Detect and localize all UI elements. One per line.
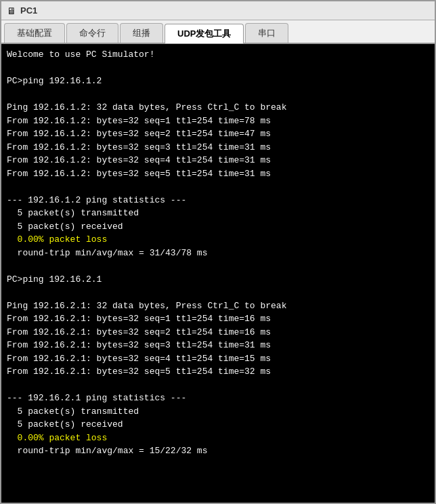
terminal-line: From 192.16.1.2: bytes=32 seq=5 ttl=254 … <box>7 167 429 181</box>
terminal-line: --- 192.16.2.1 ping statistics --- <box>7 392 429 405</box>
terminal-line: 0.00% packet loss <box>7 432 429 445</box>
tab-serial[interactable]: 串口 <box>245 23 288 43</box>
terminal-line: From 192.16.1.2: bytes=32 seq=1 ttl=254 … <box>7 114 429 128</box>
window-icon: 🖥 <box>7 5 16 16</box>
window-title: PC1 <box>20 5 37 16</box>
terminal-line: 5 packet(s) received <box>7 418 429 432</box>
terminal-line <box>7 62 429 75</box>
terminal-line: round-trip min/avg/max = 15/22/32 ms <box>7 444 429 458</box>
terminal-line: From 192.16.1.2: bytes=32 seq=4 ttl=254 … <box>7 154 429 167</box>
terminal-line: 5 packet(s) transmitted <box>7 207 429 220</box>
title-bar: 🖥 PC1 <box>1 1 435 20</box>
terminal-output[interactable]: Welcome to use PC Simulator!PC>ping 192.… <box>1 44 435 503</box>
terminal-line <box>7 88 429 102</box>
main-window: 🖥 PC1 基础配置命令行组播UDP发包工具串口 Welcome to use … <box>0 0 436 504</box>
terminal-line: From 192.16.2.1: bytes=32 seq=1 ttl=254 … <box>7 312 429 326</box>
tab-basic-config[interactable]: 基础配置 <box>4 23 65 43</box>
terminal-line: From 192.16.2.1: bytes=32 seq=3 ttl=254 … <box>7 339 429 352</box>
terminal-line <box>7 286 429 299</box>
tab-command-line[interactable]: 命令行 <box>66 23 118 43</box>
terminal-line: From 192.16.1.2: bytes=32 seq=3 ttl=254 … <box>7 141 429 154</box>
terminal-line: Welcome to use PC Simulator! <box>7 48 429 62</box>
tab-bar: 基础配置命令行组播UDP发包工具串口 <box>1 20 435 44</box>
terminal-line: round-trip min/avg/max = 31/43/78 ms <box>7 247 429 260</box>
tab-udp-tool[interactable]: UDP发包工具 <box>165 24 244 43</box>
terminal-line: Ping 192.16.1.2: 32 data bytes, Press Ct… <box>7 101 429 114</box>
terminal-line: From 192.16.1.2: bytes=32 seq=2 ttl=254 … <box>7 127 429 141</box>
terminal-line: From 192.16.2.1: bytes=32 seq=2 ttl=254 … <box>7 326 429 339</box>
terminal-line: 5 packet(s) transmitted <box>7 405 429 419</box>
terminal-line <box>7 180 429 194</box>
terminal-line: 0.00% packet loss <box>7 233 429 247</box>
terminal-line <box>7 379 429 392</box>
tab-multicast[interactable]: 组播 <box>120 23 163 43</box>
terminal-line: 5 packet(s) received <box>7 220 429 234</box>
terminal-line: From 192.16.2.1: bytes=32 seq=5 ttl=254 … <box>7 365 429 379</box>
terminal-line <box>7 259 429 273</box>
terminal-line: --- 192.16.1.2 ping statistics --- <box>7 194 429 207</box>
terminal-line: PC>ping 192.16.2.1 <box>7 273 429 287</box>
terminal-line: PC>ping 192.16.1.2 <box>7 75 429 88</box>
terminal-line: Ping 192.16.2.1: 32 data bytes, Press Ct… <box>7 299 429 313</box>
terminal-line: From 192.16.2.1: bytes=32 seq=4 ttl=254 … <box>7 352 429 366</box>
